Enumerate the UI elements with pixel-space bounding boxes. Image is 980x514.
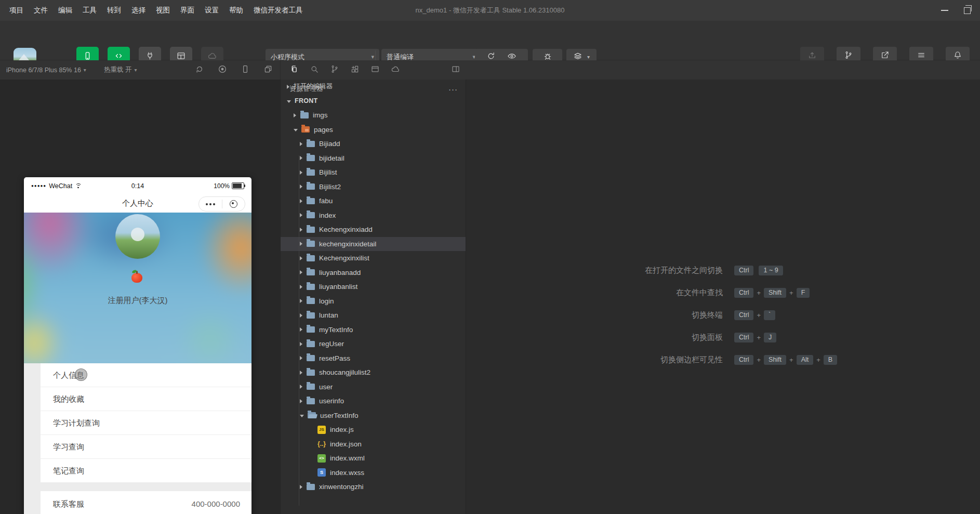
expanded-arrow-icon	[294, 129, 298, 131]
menu-row-学习计划查询[interactable]: 学习计划查询	[41, 411, 251, 435]
tree-item-pages[interactable]: pages	[281, 123, 466, 137]
collapsed-arrow-icon	[300, 213, 302, 217]
tree-item-index.json[interactable]: {..}index.json	[281, 437, 466, 452]
tree-item-kechengxinxidetail[interactable]: kechengxinxidetail	[281, 237, 466, 252]
detach-window-icon[interactable]	[263, 64, 273, 76]
folder-icon	[307, 384, 315, 390]
collapsed-arrow-icon	[300, 385, 302, 389]
tree-item-label: pages	[314, 126, 333, 134]
folder-open-icon	[308, 412, 316, 418]
shortcut-row: 在打开的文件之间切换Ctrl1 ~ 9	[466, 259, 861, 282]
menu-row-我的收藏[interactable]: 我的收藏	[41, 387, 251, 411]
menu-item[interactable]: 项目	[4, 0, 29, 21]
tree-item-fabu[interactable]: fabu	[281, 194, 466, 208]
tree-item-bijidetail[interactable]: bijidetail	[281, 151, 466, 166]
key-cap: 1 ~ 9	[759, 266, 783, 275]
tree-item-shoucangjilulist2[interactable]: shoucangjilulist2	[281, 365, 466, 380]
keyboard-shortcut-hints: 在打开的文件之间切换Ctrl1 ~ 9在文件中查找Ctrl+Shift+F切换终…	[466, 259, 861, 371]
profile-avatar[interactable]	[115, 214, 160, 259]
simulator-area: ●●●●● WeChat 0:14 100% 个人中心	[0, 80, 280, 514]
folder-icon	[307, 212, 315, 218]
menu-item[interactable]: 设置	[200, 0, 224, 21]
folder-icon	[307, 155, 315, 161]
panel-icon[interactable]	[370, 64, 380, 76]
chevron-down-icon: ▾	[371, 54, 374, 60]
tree-item-userTextInfo[interactable]: userTextInfo	[281, 408, 466, 423]
close-capsule-icon[interactable]	[222, 200, 245, 208]
source-control-icon[interactable]	[330, 64, 339, 76]
tree-item-userinfo[interactable]: userinfo	[281, 394, 466, 408]
tree-item-Bijiadd[interactable]: Bijiadd	[281, 137, 466, 151]
tree-item-index.wxss[interactable]: Sindex.wxss	[281, 466, 466, 480]
menu-row-学习查询[interactable]: 学习查询	[41, 435, 251, 459]
tree-item-label: Kechengxinxilist	[319, 254, 369, 262]
menu-item[interactable]: 文件	[29, 0, 53, 21]
collapsed-arrow-icon	[300, 399, 302, 403]
key-cap: Ctrl	[734, 266, 753, 275]
tree-item-label: index	[319, 212, 336, 219]
tree-item-resetPass[interactable]: resetPass	[281, 351, 466, 366]
menu-item[interactable]: 界面	[175, 0, 200, 21]
collapsed-arrow-icon	[300, 285, 302, 289]
tree-item-Bijilist2[interactable]: Bijilist2	[281, 180, 466, 194]
tree-item-index.js[interactable]: JSindex.js	[281, 423, 466, 437]
key-cap: Ctrl	[734, 288, 753, 298]
minimize-icon[interactable]	[941, 10, 948, 11]
files-icon[interactable]	[289, 64, 299, 76]
explorer-title: 资源管理器	[289, 84, 323, 94]
menu-row-个人信息[interactable]: 个人信息	[41, 363, 251, 387]
folder-icon	[307, 326, 315, 333]
key-cap: F	[797, 288, 810, 298]
tree-item-regUser[interactable]: regUser	[281, 337, 466, 351]
menu-item[interactable]: 转到	[102, 0, 126, 21]
collapsed-arrow-icon	[300, 371, 302, 375]
tree-item-Bijilist[interactable]: Bijilist	[281, 165, 466, 180]
tree-item-label: luntan	[319, 311, 338, 319]
titlebar: 项目文件编辑工具转到选择视图界面设置帮助微信开发者工具 nx_demo1 - 微…	[0, 0, 980, 21]
tree-item-label: Kechengxinxiadd	[319, 226, 373, 233]
search-icon[interactable]	[310, 64, 319, 76]
restore-icon[interactable]	[964, 7, 971, 14]
menu-row-笔记查询[interactable]: 笔记查询	[41, 459, 251, 483]
folder-icon	[307, 370, 315, 376]
record-icon[interactable]	[218, 64, 227, 76]
tree-item-label: fabu	[319, 197, 333, 205]
device-select-value: iPhone 6/7/8 Plus 85% 16	[6, 67, 81, 74]
tree-item-login[interactable]: login	[281, 294, 466, 309]
tree-item-index.wxml[interactable]: <>index.wxml	[281, 451, 466, 466]
wechat-devtools-window: 项目文件编辑工具转到选择视图界面设置帮助微信开发者工具 nx_demo1 - 微…	[0, 0, 980, 514]
project-root-label: FRONT	[295, 97, 318, 104]
collapsed-arrow-icon	[300, 327, 302, 332]
folder-icon	[307, 241, 315, 247]
tree-item-index[interactable]: index	[281, 208, 466, 223]
collapsed-arrow-icon	[300, 228, 302, 232]
tree-item-label: userTextInfo	[320, 412, 359, 419]
split-editor-icon[interactable]	[451, 64, 460, 76]
extensions-icon[interactable]	[350, 64, 360, 76]
tree-item-liuyanbanlist[interactable]: liuyanbanlist	[281, 280, 466, 294]
tree-item-xinwentongzhi[interactable]: xinwentongzhi	[281, 480, 466, 494]
tree-item-imgs[interactable]: imgs	[281, 108, 466, 123]
tree-item-user[interactable]: user	[281, 380, 466, 394]
tree-item-luntan[interactable]: luntan	[281, 308, 466, 323]
menu-item[interactable]: 工具	[77, 0, 102, 21]
contact-row[interactable]: 联系客服 400-000-0000	[41, 491, 251, 514]
tree-item-Kechengxinxilist[interactable]: Kechengxinxilist	[281, 251, 466, 266]
tree-item-liuyanbanadd[interactable]: liuyanbanadd	[281, 266, 466, 280]
menu-item[interactable]: 选择	[126, 0, 151, 21]
hot-reload-toggle[interactable]: 热重载 开 ▾	[104, 65, 137, 74]
more-menu-icon[interactable]	[199, 203, 222, 205]
tree-item-myTextInfo[interactable]: myTextInfo	[281, 323, 466, 337]
device-frame-icon[interactable]	[241, 64, 250, 76]
cloud-icon[interactable]	[391, 64, 400, 76]
menu-item[interactable]: 帮助	[224, 0, 248, 21]
collapsed-arrow-icon	[300, 342, 302, 346]
tree-item-Kechengxinxiadd[interactable]: Kechengxinxiadd	[281, 222, 466, 237]
more-actions-icon[interactable]: ···	[448, 85, 458, 94]
rotate-icon[interactable]	[195, 64, 204, 76]
folder-icon	[307, 227, 315, 233]
device-select[interactable]: iPhone 6/7/8 Plus 85% 16 ▾	[6, 67, 86, 74]
menu-item[interactable]: 编辑	[53, 0, 77, 21]
menu-item[interactable]: 视图	[151, 0, 175, 21]
menu-item[interactable]: 微信开发者工具	[248, 0, 308, 21]
